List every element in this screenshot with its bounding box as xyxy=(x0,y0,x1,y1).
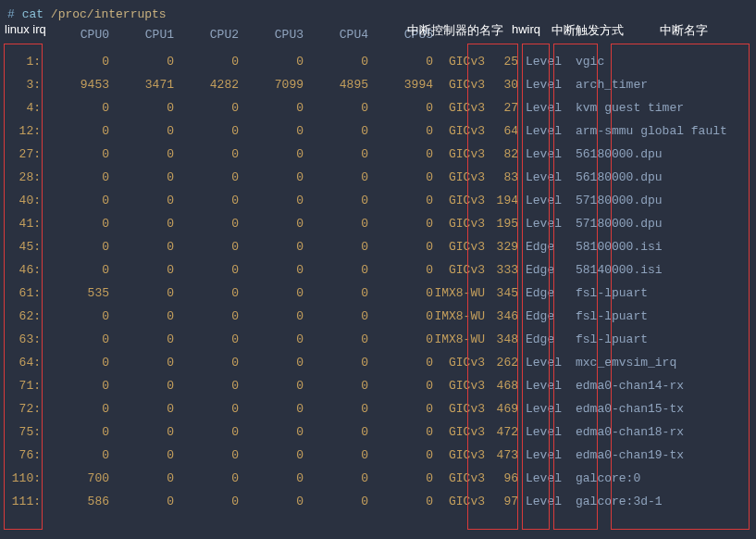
cell-hwirq: 333 xyxy=(489,263,522,277)
header-cpu3: CPU3 xyxy=(239,28,304,42)
cell-hwirq: 472 xyxy=(489,425,522,439)
header-cpu4: CPU4 xyxy=(304,28,368,42)
cell-cpu3: 0 xyxy=(239,217,304,231)
cell-trigger: Level xyxy=(522,495,568,508)
cell-irq: 111: xyxy=(7,495,44,508)
cell-cpu5: 0 xyxy=(368,194,433,207)
cell-name: vgic xyxy=(568,55,749,69)
cell-cpu2: 0 xyxy=(174,332,239,346)
cell-cpu0: 0 xyxy=(44,124,109,138)
cell-cpu1: 3471 xyxy=(109,78,174,92)
cell-cpu3: 0 xyxy=(239,124,304,138)
cell-irq: 62: xyxy=(7,309,44,323)
cell-trigger: Level xyxy=(522,194,568,207)
cell-hwirq: 348 xyxy=(489,332,522,346)
table-row: 76:000000GICv3473Leveledma0-chan19-tx xyxy=(7,444,749,467)
cell-cpu0: 0 xyxy=(44,147,109,161)
cell-cpu3: 0 xyxy=(239,194,304,207)
cell-ctrl: GICv3 xyxy=(433,471,489,485)
cell-cpu2: 0 xyxy=(174,124,239,138)
cell-cpu0: 0 xyxy=(44,309,109,323)
header-cpu1: CPU1 xyxy=(109,28,174,42)
table-row: 63:000000IMX8-WU348Edgefsl-lpuart xyxy=(7,328,749,351)
cell-name: galcore:3d-1 xyxy=(568,495,749,508)
cell-cpu2: 0 xyxy=(174,309,239,323)
cell-irq: 63: xyxy=(7,332,44,346)
table-row: 75:000000GICv3472Leveledma0-chan18-rx xyxy=(7,420,749,444)
cell-ctrl: GICv3 xyxy=(433,402,489,416)
command-line: # cat /proc/interrupts xyxy=(7,7,749,21)
cell-cpu0: 0 xyxy=(44,356,109,370)
cell-cpu3: 0 xyxy=(239,170,304,184)
cell-cpu4: 0 xyxy=(304,356,368,370)
header-row: CPU0 CPU1 CPU2 CPU3 CPU4 CPU5 xyxy=(7,23,749,46)
cell-cpu5: 0 xyxy=(368,332,433,346)
cell-trigger: Level xyxy=(522,471,568,485)
cell-cpu4: 0 xyxy=(304,425,368,439)
cell-name: fsl-lpuart xyxy=(568,309,749,323)
cell-hwirq: 82 xyxy=(489,147,522,161)
cell-cpu3: 0 xyxy=(239,425,304,439)
cell-cpu2: 0 xyxy=(174,379,239,393)
command-text: cat xyxy=(22,7,43,21)
cell-irq: 3: xyxy=(7,78,44,92)
cell-irq: 110: xyxy=(7,471,44,485)
cell-trigger: Level xyxy=(522,78,568,92)
cell-cpu5: 0 xyxy=(368,217,433,231)
table-row: 111:58600000GICv397Levelgalcore:3d-1 xyxy=(7,490,749,513)
cell-cpu1: 0 xyxy=(109,101,174,115)
cell-hwirq: 96 xyxy=(489,471,522,485)
cell-irq: 41: xyxy=(7,217,44,231)
cell-cpu0: 0 xyxy=(44,101,109,115)
cell-cpu3: 0 xyxy=(239,356,304,370)
cell-name: arch_timer xyxy=(568,78,749,92)
cell-name: fsl-lpuart xyxy=(568,286,749,300)
cell-trigger: Edge xyxy=(522,263,568,277)
cell-cpu2: 0 xyxy=(174,194,239,207)
cell-cpu4: 4895 xyxy=(304,78,368,92)
cell-cpu2: 0 xyxy=(174,263,239,277)
cell-irq: 46: xyxy=(7,263,44,277)
cell-cpu4: 0 xyxy=(304,194,368,207)
cell-cpu4: 0 xyxy=(304,332,368,346)
cell-trigger: Level xyxy=(522,402,568,416)
cell-cpu4: 0 xyxy=(304,379,368,393)
cell-cpu5: 0 xyxy=(368,495,433,508)
command-arg: /proc/interrupts xyxy=(51,7,167,21)
cell-cpu1: 0 xyxy=(109,402,174,416)
cell-cpu0: 0 xyxy=(44,332,109,346)
cell-trigger: Level xyxy=(522,217,568,231)
cell-name: edma0-chan19-tx xyxy=(568,448,749,462)
cell-ctrl: GICv3 xyxy=(433,124,489,138)
cell-name: edma0-chan14-rx xyxy=(568,379,749,393)
cell-trigger: Level xyxy=(522,379,568,393)
cell-ctrl: GICv3 xyxy=(433,147,489,161)
cell-name: 58140000.isi xyxy=(568,263,749,277)
cell-ctrl: GICv3 xyxy=(433,170,489,184)
cell-cpu3: 7099 xyxy=(239,78,304,92)
cell-trigger: Level xyxy=(522,147,568,161)
table-row: 72:000000GICv3469Leveledma0-chan15-tx xyxy=(7,397,749,420)
cell-irq: 12: xyxy=(7,124,44,138)
cell-cpu1: 0 xyxy=(109,124,174,138)
cell-hwirq: 83 xyxy=(489,170,522,184)
table-row: 28:000000GICv383Level56180000.dpu xyxy=(7,166,749,189)
cell-cpu3: 0 xyxy=(239,263,304,277)
cell-trigger: Level xyxy=(522,356,568,370)
table-row: 40:000000GICv3194Level57180000.dpu xyxy=(7,189,749,212)
cell-cpu5: 0 xyxy=(368,425,433,439)
cell-hwirq: 473 xyxy=(489,448,522,462)
cell-cpu4: 0 xyxy=(304,471,368,485)
cell-cpu1: 0 xyxy=(109,356,174,370)
cell-cpu3: 0 xyxy=(239,402,304,416)
cell-trigger: Level xyxy=(522,425,568,439)
table-row: 41:000000GICv3195Level57180000.dpu xyxy=(7,212,749,235)
cell-cpu1: 0 xyxy=(109,55,174,69)
cell-cpu5: 0 xyxy=(368,471,433,485)
table-row: 4:000000GICv327Levelkvm guest timer xyxy=(7,96,749,119)
table-row: 64:000000GICv3262Levelmxc_emvsim_irq xyxy=(7,351,749,374)
cell-cpu4: 0 xyxy=(304,240,368,254)
cell-cpu4: 0 xyxy=(304,147,368,161)
table-row: 62:000000IMX8-WU346Edgefsl-lpuart xyxy=(7,305,749,328)
header-cpu5: CPU5 xyxy=(368,28,433,42)
